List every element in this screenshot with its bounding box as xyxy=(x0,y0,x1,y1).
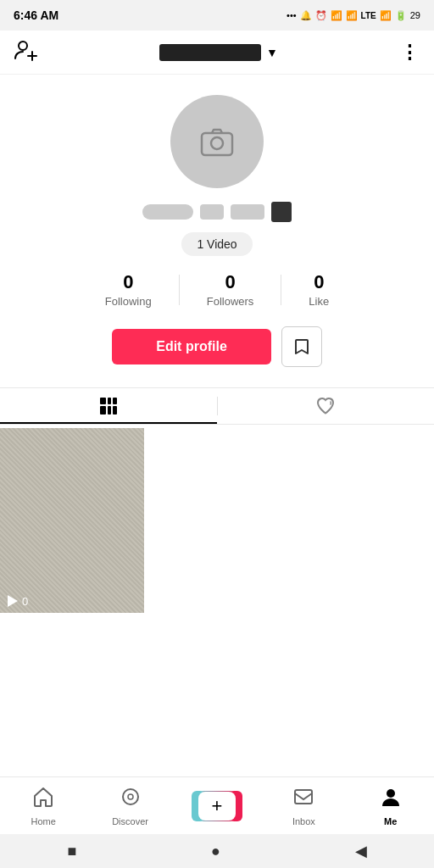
android-home-button[interactable]: ● xyxy=(211,843,220,860)
bell-icon: 🔔 xyxy=(300,10,312,21)
video-play-count: 0 xyxy=(5,594,28,608)
following-label: Following xyxy=(105,295,152,308)
video-count-badge: 1 Video xyxy=(181,232,252,256)
video-grid: 0 xyxy=(0,425,434,616)
nav-home[interactable]: Home xyxy=(16,786,70,826)
nav-inbox[interactable]: Inbox xyxy=(276,786,331,826)
svg-point-15 xyxy=(387,789,395,798)
home-label: Home xyxy=(31,816,56,826)
liked-icon xyxy=(315,396,336,416)
more-button[interactable]: ⋮ xyxy=(400,42,420,64)
camera-icon xyxy=(198,123,236,160)
android-back-button[interactable]: ◀ xyxy=(355,842,367,860)
inbox-label: Inbox xyxy=(292,816,315,826)
stats-row: 0 Following 0 Followers 0 Like xyxy=(14,271,420,308)
avatar[interactable] xyxy=(170,95,264,188)
plus-icon: + xyxy=(198,792,236,821)
nav-create[interactable]: + xyxy=(190,791,244,821)
alarm-icon: ⏰ xyxy=(315,10,327,21)
likes-label: Like xyxy=(309,295,329,308)
video-thumbnail[interactable]: 0 xyxy=(0,428,144,613)
stat-following[interactable]: 0 Following xyxy=(78,271,179,308)
bottom-nav: Home Discover + Inbox xyxy=(0,776,434,834)
username-pill-3 xyxy=(231,204,264,220)
username-pill-2 xyxy=(200,204,224,220)
wifi-icon: 📶 xyxy=(380,10,392,21)
stat-followers[interactable]: 0 Followers xyxy=(180,271,281,308)
followers-label: Followers xyxy=(207,295,254,308)
content-spacer xyxy=(0,616,434,726)
tab-grid[interactable] xyxy=(0,388,217,424)
signal-dots: ••• xyxy=(287,10,297,20)
svg-rect-7 xyxy=(113,398,117,404)
svg-rect-6 xyxy=(108,398,111,404)
lte-label: LTE xyxy=(361,11,376,20)
android-nav: ■ ● ◀ xyxy=(0,834,434,868)
me-label: Me xyxy=(384,816,397,826)
status-time: 6:46 AM xyxy=(14,8,58,22)
profile-section: 1 Video 0 Following 0 Followers 0 Like E… xyxy=(0,75,434,387)
grid-icon xyxy=(98,396,119,416)
username-block[interactable]: ▼ xyxy=(159,44,278,61)
username-row xyxy=(142,202,292,222)
username-pill-1 xyxy=(142,204,193,220)
battery-percent: 29 xyxy=(410,10,420,20)
nav-discover[interactable]: Discover xyxy=(103,786,158,826)
android-recent-button[interactable]: ■ xyxy=(67,843,76,860)
svg-point-12 xyxy=(123,789,138,804)
svg-marker-11 xyxy=(8,595,18,607)
home-icon xyxy=(32,786,54,813)
create-button[interactable]: + xyxy=(195,791,239,821)
bookmark-button[interactable] xyxy=(281,326,322,367)
svg-point-13 xyxy=(128,794,133,799)
tab-liked[interactable] xyxy=(218,388,435,424)
svg-rect-8 xyxy=(100,406,106,415)
status-icons: ••• 🔔 ⏰ 📶 📶 LTE 📶 🔋 29 xyxy=(287,10,420,21)
discover-label: Discover xyxy=(112,816,148,826)
edit-profile-button[interactable]: Edit profile xyxy=(112,329,271,364)
action-row: Edit profile xyxy=(112,326,322,367)
dropdown-icon: ▼ xyxy=(266,46,278,59)
discover-icon xyxy=(120,786,142,813)
svg-rect-5 xyxy=(100,398,106,404)
add-user-button[interactable] xyxy=(14,38,37,67)
svg-point-0 xyxy=(19,42,27,50)
username-bar xyxy=(159,44,261,61)
content-tabs xyxy=(0,387,434,425)
status-bar: 6:46 AM ••• 🔔 ⏰ 📶 📶 LTE 📶 🔋 29 xyxy=(0,0,434,31)
followers-count: 0 xyxy=(225,271,235,293)
nav-me[interactable]: Me xyxy=(364,786,418,826)
me-icon xyxy=(380,786,402,813)
stat-likes[interactable]: 0 Like xyxy=(281,271,356,308)
battery-icon: 🔋 xyxy=(395,10,407,21)
video-texture xyxy=(0,428,144,613)
inbox-icon xyxy=(292,786,314,813)
signal-bars-1: 📶 xyxy=(331,10,342,21)
top-nav: ▼ ⋮ xyxy=(0,31,434,75)
svg-point-4 xyxy=(211,137,223,149)
signal-bars-2: 📶 xyxy=(346,10,358,21)
svg-rect-10 xyxy=(113,406,117,415)
following-count: 0 xyxy=(123,271,133,293)
svg-rect-14 xyxy=(295,790,312,804)
svg-rect-9 xyxy=(108,406,111,415)
bookmark-icon xyxy=(292,337,311,356)
username-pill-4 xyxy=(271,202,292,222)
likes-count: 0 xyxy=(314,271,324,293)
play-icon xyxy=(5,594,19,608)
